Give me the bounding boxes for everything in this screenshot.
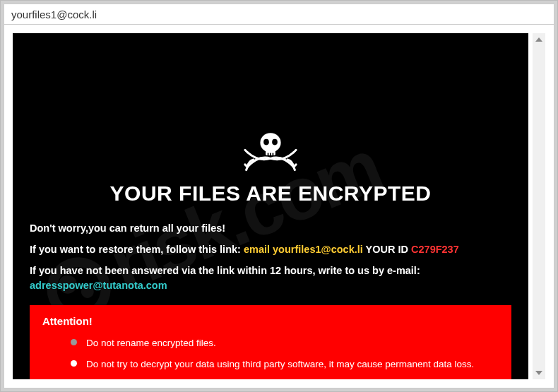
svg-point-0 [260,133,280,153]
headline: YOUR FILES ARE ENCRYPTED [30,182,511,206]
attention-list: Do not rename encrypted files. Do not tr… [42,335,499,379]
scroll-down-icon[interactable] [533,367,545,379]
window-frame: yourfiles1@cock.li risk.com [1,1,557,391]
ransom-panel: risk.com [13,33,528,379]
titlebar[interactable]: yourfiles1@cock.li [4,4,554,25]
secondary-email: adresspower@tutanota.com [30,280,167,291]
svg-rect-4 [268,153,269,156]
id-label: YOUR ID [363,244,411,255]
svg-point-3 [272,139,278,145]
list-item: Do not try to decrypt your data using th… [71,357,499,372]
svg-rect-5 [270,153,271,156]
attention-box: Attention! Do not rename encrypted files… [30,305,511,379]
restore-prefix: If you want to restore them, follow this… [30,244,244,255]
window-title: yourfiles1@cock.li [11,8,97,20]
victim-id: C279F237 [411,244,459,255]
list-item: Decryption of your files with the help o… [71,379,499,379]
restore-line: If you want to restore them, follow this… [30,242,511,258]
svg-rect-6 [273,153,274,156]
list-item: Do not rename encrypted files. [71,335,499,351]
vertical-scrollbar[interactable] [533,33,545,379]
content-area: risk.com [4,25,554,388]
scroll-up-icon[interactable] [533,33,545,46]
svg-point-2 [263,139,269,145]
attention-title: Attention! [42,315,499,327]
fallback-prefix: If you have not been answered via the li… [30,265,420,276]
primary-email: yourfiles1@cock.li [273,244,363,255]
skull-crossbones-icon [30,129,511,176]
fallback-line: If you have not been answered via the li… [30,263,511,295]
intro-line: Don't worry,you can return all your file… [30,221,511,237]
email-label: email [244,244,273,255]
watermark: risk.com [31,76,509,335]
